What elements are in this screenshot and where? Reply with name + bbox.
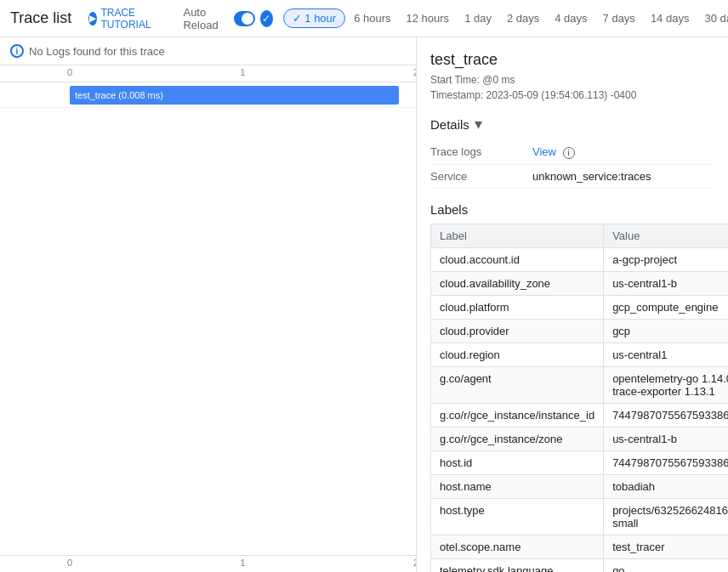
trace-bar-label: test_trace (0.008 ms): [75, 90, 163, 100]
time-btn-12hours[interactable]: 12 hours: [400, 8, 457, 28]
timeline-container: 0 1 2 test_trace (0.008 ms): [0, 65, 416, 572]
timeline-footer: 0 1 2: [0, 555, 416, 572]
timeline-rows: test_trace (0.008 ms): [0, 82, 416, 108]
details-table: Trace logs View i Service unknown_servic…: [430, 140, 714, 189]
table-row: cloud.platformgcp_compute_engine: [431, 296, 729, 320]
value-cell: us-central1-b: [604, 428, 728, 451]
value-cell: a-gcp-project: [604, 248, 728, 272]
value-cell: us-central1: [604, 343, 728, 367]
timeline-label-area: [0, 65, 70, 82]
toggle-knob: [242, 13, 253, 25]
label-cell: host.id: [431, 451, 604, 475]
table-row: host.id7447987075567593386: [431, 451, 729, 475]
label-cell: cloud.platform: [431, 296, 604, 320]
label-cell: cloud.account.id: [431, 248, 604, 272]
value-cell: tobadiah: [604, 475, 728, 499]
timeline-header: 0 1 2: [0, 65, 416, 82]
table-row: host.typeprojects/632526624816/machineTy…: [431, 499, 729, 535]
time-btn-30days[interactable]: 30 days: [697, 8, 728, 28]
label-cell: telemetry.sdk.language: [431, 559, 604, 573]
time-btn-1hour[interactable]: ✓ 1 hour: [283, 8, 345, 28]
service-row: Service unknown_service:traces: [430, 165, 714, 189]
time-btn-14days[interactable]: 14 days: [644, 8, 697, 28]
footer-label-area: [0, 556, 70, 572]
time-btn-6hours[interactable]: 6 hours: [347, 8, 397, 28]
tick-1-bottom: 1: [240, 558, 245, 568]
trace-tutorial-badge[interactable]: ▶ TRACE TUTORIAL: [82, 3, 162, 34]
info-icon: i: [10, 44, 24, 58]
tick-1-top: 1: [240, 67, 245, 77]
checkmark-icon: ✓: [260, 10, 273, 27]
value-cell: 7447987075567593386: [604, 451, 728, 475]
table-row: telemetry.sdk.languagego: [431, 559, 729, 573]
trace-timestamp: Timestamp: 2023-05-09 (19:54:06.113) -04…: [430, 89, 714, 101]
tick-0-top: 0: [67, 67, 72, 77]
table-row: g.co/r/gce_instance/instance_id744798707…: [431, 404, 729, 428]
auto-reload-label: Auto Reload: [183, 6, 229, 31]
value-cell: go: [604, 559, 728, 573]
page-title: Trace list: [10, 9, 71, 27]
trace-name: test_trace: [430, 51, 714, 69]
info-bar: i No Logs found for this trace: [0, 37, 416, 65]
info-message: No Logs found for this trace: [29, 45, 165, 58]
table-row: cloud.regionus-central1: [431, 343, 729, 367]
tick-0-bottom: 0: [67, 558, 72, 568]
time-btn-4days[interactable]: 4 days: [548, 8, 594, 28]
label-cell: cloud.provider: [431, 320, 604, 343]
right-panel: test_trace Start Time: @0 ms Timestamp: …: [417, 37, 728, 572]
time-range-buttons: ✓ 1 hour 6 hours 12 hours 1 day 2 days 4…: [283, 8, 728, 28]
view-link[interactable]: View: [532, 145, 556, 158]
service-key: Service: [430, 170, 532, 183]
labels-col-label: Label: [431, 224, 604, 248]
table-row: g.co/agentopentelemetry-go 1.14.0; googl…: [431, 367, 729, 404]
table-row: host.nametobadiah: [431, 475, 729, 499]
tick-2-top: 2: [413, 67, 416, 77]
value-cell: gcp_compute_engine: [604, 296, 728, 320]
timeline-top-axis: 0 1 2: [70, 65, 416, 82]
auto-reload-section: Auto Reload ✓: [183, 6, 272, 31]
time-btn-2days[interactable]: 2 days: [500, 8, 546, 28]
tutorial-icon: ▶: [88, 12, 97, 25]
tick-2-bottom: 2: [413, 558, 416, 568]
view-info-icon[interactable]: i: [563, 147, 575, 159]
trace-logs-val: View i: [532, 145, 714, 159]
label-cell: cloud.region: [431, 343, 604, 367]
value-cell: us-central1-b: [604, 272, 728, 296]
table-row: cloud.providergcp: [431, 320, 729, 343]
row-chart: test_trace (0.008 ms): [70, 82, 416, 107]
time-btn-1day[interactable]: 1 day: [458, 8, 498, 28]
time-btn-7days[interactable]: 7 days: [596, 8, 642, 28]
value-cell: projects/632526624816/machineTypes/e2-sm…: [604, 499, 728, 535]
label-cell: host.name: [431, 475, 604, 499]
label-cell: cloud.availability_zone: [431, 272, 604, 296]
value-cell: opentelemetry-go 1.14.0; google-cloud-tr…: [604, 367, 728, 404]
trace-logs-key: Trace logs: [430, 145, 532, 159]
auto-reload-toggle[interactable]: [234, 11, 254, 26]
table-row: cloud.account.ida-gcp-project: [431, 248, 729, 272]
main-content: i No Logs found for this trace 0 1 2: [0, 37, 728, 572]
label-cell: g.co/r/gce_instance/zone: [431, 428, 604, 451]
timeline-bottom-axis: 0 1 2: [70, 556, 416, 572]
value-cell: test_tracer: [604, 535, 728, 559]
labels-col-value: Value: [604, 224, 728, 248]
label-cell: host.type: [431, 499, 604, 535]
header: Trace list ▶ TRACE TUTORIAL Auto Reload …: [0, 0, 728, 37]
labels-title: Labels: [430, 202, 714, 217]
table-row[interactable]: test_trace (0.008 ms): [0, 82, 416, 108]
labels-table: Label Value cloud.account.ida-gcp-projec…: [430, 224, 728, 572]
table-row: g.co/r/gce_instance/zoneus-central1-b: [431, 428, 729, 451]
service-val: unknown_service:traces: [532, 170, 714, 183]
details-section-header[interactable]: Details ▾: [430, 115, 714, 133]
label-cell: g.co/r/gce_instance/instance_id: [431, 404, 604, 428]
tutorial-label: TRACE TUTORIAL: [100, 7, 156, 31]
left-panel: i No Logs found for this trace 0 1 2: [0, 37, 417, 572]
label-cell: g.co/agent: [431, 367, 604, 404]
label-cell: otel.scope.name: [431, 535, 604, 559]
table-row: cloud.availability_zoneus-central1-b: [431, 272, 729, 296]
table-row: otel.scope.nametest_tracer: [431, 535, 729, 559]
chevron-down-icon: ▾: [475, 115, 482, 133]
trace-bar[interactable]: test_trace (0.008 ms): [70, 86, 399, 105]
value-cell: 7447987075567593386: [604, 404, 728, 428]
details-label: Details: [430, 117, 469, 132]
value-cell: gcp: [604, 320, 728, 343]
